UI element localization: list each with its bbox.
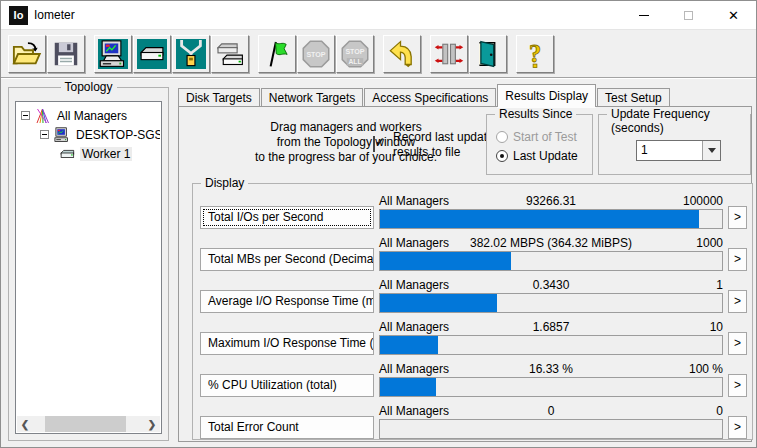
progress-bar[interactable] [379,209,723,229]
result-value: 0 [548,404,555,418]
expand-results-button[interactable]: > [728,416,747,439]
topology-group: Topology All ManagersDESKTOP-SGSU4Worker… [8,87,169,441]
tree-item-worker-1[interactable]: Worker 1 [17,144,160,163]
window-title: Iometer [34,8,75,22]
display-rows: Total I/Os per SecondAll Managers93266.3… [200,194,747,446]
collapse-icon[interactable] [40,130,49,139]
progress-bar[interactable] [379,335,723,355]
expand-results-button[interactable]: > [728,206,747,229]
result-row: Total I/Os per SecondAll Managers93266.3… [200,194,747,229]
display-title: Display [201,176,248,190]
save-file-icon [51,39,81,69]
minimize-button[interactable] [621,1,666,30]
results-display-page: Drag managers and workers from the Topol… [178,106,752,442]
bar-labels: All Managers93266.31100000 [379,194,723,209]
progress-bar-fill [380,294,497,312]
scale-max: 10 [569,320,723,334]
progress-bar-fill [380,210,699,228]
stop-test-button[interactable]: STOP [297,35,335,73]
scrollbar-thumb[interactable] [45,416,126,432]
tab-results-display[interactable]: Results Display [497,84,596,107]
scope-label: All Managers [379,320,533,334]
expand-results-button[interactable]: > [728,290,747,313]
tree-item-all-managers[interactable]: All Managers [17,106,160,125]
scope-label: All Managers [379,278,533,292]
scale-max: 1 [569,278,723,292]
topology-tree: All ManagersDESKTOP-SGSU4Worker 1 [17,106,160,415]
new-disk-worker-button[interactable] [133,35,171,73]
about-button[interactable]: ? [516,35,554,73]
dropdown-button[interactable] [702,141,720,160]
tree-item-label: DESKTOP-SGSU4 [74,128,160,142]
progress-bar[interactable] [379,251,723,271]
reset-workers-button[interactable] [383,35,421,73]
manager-computer-icon [53,127,70,143]
metric-button-maximum-i-o-response-time-ms-[interactable]: Maximum I/O Response Time (ms) [200,332,374,355]
expand-results-button[interactable]: > [728,374,747,397]
progress-bar[interactable] [379,377,723,397]
tab-network-targets[interactable]: Network Targets [261,88,363,107]
expand-results-button[interactable]: > [728,248,747,271]
metric-button-average-i-o-response-time-ms-[interactable]: Average I/O Response Time (ms) [200,290,374,313]
display-group: Display Total I/Os per SecondAll Manager… [192,183,753,440]
update-frequency-select[interactable]: 1 [636,140,721,161]
scroll-right-icon[interactable]: ❯ [144,416,160,432]
tab-access-specifications[interactable]: Access Specifications [364,88,496,107]
duplicate-worker-button[interactable] [211,35,249,73]
tree-item-desktop-sgsu4[interactable]: DESKTOP-SGSU4 [17,125,160,144]
tab-strip: Disk TargetsNetwork TargetsAccess Specif… [178,86,671,107]
progress-bar[interactable] [379,293,723,313]
horizontal-scrollbar[interactable]: ❮ ❯ [17,416,160,432]
tab-disk-targets[interactable]: Disk Targets [178,88,260,107]
metric-button-total-mbs-per-second-decimal-[interactable]: Total MBs per Second (Decimal) [200,248,374,271]
maximize-icon [684,11,693,20]
result-row: % CPU Utilization (total)All Managers16.… [200,362,747,397]
close-button[interactable]: ✕ [711,1,756,30]
tree-item-label: Worker 1 [80,147,132,161]
scrollbar-track[interactable] [33,416,144,432]
tree-item-label: All Managers [55,109,129,123]
progress-bar[interactable] [379,419,723,439]
stop-all-tests-button[interactable]: STOPALL [336,35,374,73]
bar-labels: All Managers1.685710 [379,320,723,335]
open-file-button[interactable] [8,35,46,73]
check-icon: ✓ [375,135,385,149]
progress-bar-fill [380,336,438,354]
update-frequency-value: 1 [637,141,702,160]
new-network-worker-button[interactable] [172,35,210,73]
metric-button-total-error-count[interactable]: Total Error Count [200,416,374,439]
collapse-icon[interactable] [21,111,30,120]
result-row: Maximum I/O Response Time (ms)All Manage… [200,320,747,355]
metric-button-total-i-os-per-second[interactable]: Total I/Os per Second [200,206,374,229]
exit-icon [473,39,503,69]
topology-title: Topology [60,80,116,94]
expand-results-button[interactable]: > [728,332,747,355]
results-since-group: Results Since Start of TestLast Update [486,114,593,175]
stop-test-icon: STOP [301,39,331,69]
record-results-checkbox[interactable]: ✓ [373,137,375,151]
exchange-workers-button[interactable] [430,35,468,73]
radio-last-update[interactable]: Last Update [496,146,592,165]
result-row: Total Error CountAll Managers00> [200,404,747,439]
title-bar: Io Iometer ✕ [1,1,756,30]
new-manager-button[interactable] [94,35,132,73]
reset-workers-icon [387,39,417,69]
result-value: 1.6857 [533,320,570,334]
scale-max: 100 % [573,362,723,376]
tab-test-setup[interactable]: Test Setup [597,88,670,107]
save-file-button[interactable] [47,35,85,73]
exit-button[interactable] [469,35,507,73]
record-results-label: Record last update results to file [393,130,494,160]
metric-button--cpu-utilization-total-[interactable]: % CPU Utilization (total) [200,374,374,397]
stop-all-tests-icon: STOPALL [340,39,370,69]
start-tests-button[interactable] [258,35,296,73]
scroll-left-icon[interactable]: ❮ [17,416,33,432]
maximize-button[interactable] [666,1,711,30]
svg-text:STOP: STOP [345,48,364,56]
radio-start-of-test: Start of Test [496,127,592,146]
result-value: 93266.31 [526,194,576,208]
svg-text:STOP: STOP [306,51,325,59]
result-value: 0.3430 [533,278,570,292]
results-since-title: Results Since [495,107,576,121]
toolbar: STOPSTOPALL? [1,31,756,78]
